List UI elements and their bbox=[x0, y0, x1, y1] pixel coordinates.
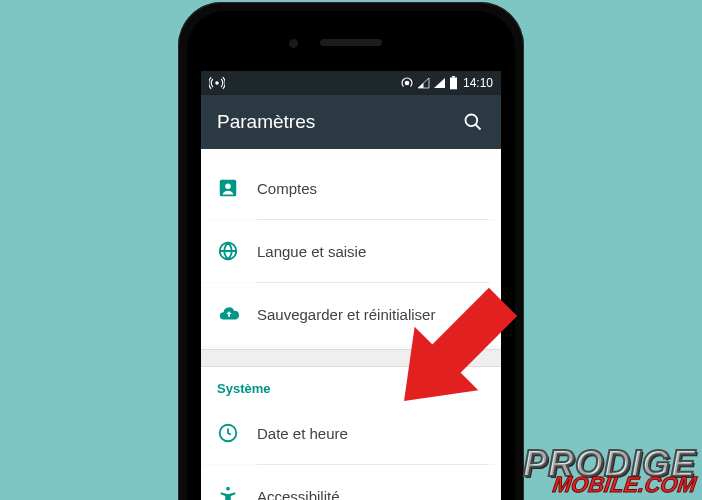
app-bar: Paramètres bbox=[201, 95, 501, 149]
phone-screen: 14:10 Paramètres Comptes bbox=[201, 71, 501, 500]
clock-icon bbox=[217, 422, 257, 444]
signal-icon bbox=[417, 77, 430, 89]
search-icon bbox=[463, 112, 483, 132]
hotspot-icon bbox=[400, 76, 414, 90]
phone-frame: 14:10 Paramètres Comptes bbox=[178, 2, 524, 500]
cloud-upload-icon bbox=[217, 303, 257, 325]
svg-rect-2 bbox=[450, 77, 457, 89]
item-label: Date et heure bbox=[257, 425, 485, 442]
status-bar: 14:10 bbox=[201, 71, 501, 95]
signal-full-icon bbox=[433, 77, 446, 89]
search-button[interactable] bbox=[461, 110, 485, 134]
phone-earpiece bbox=[320, 39, 382, 46]
svg-point-6 bbox=[225, 183, 231, 189]
svg-point-0 bbox=[216, 82, 218, 84]
svg-rect-3 bbox=[452, 76, 455, 77]
accounts-icon bbox=[217, 177, 257, 199]
svg-point-9 bbox=[226, 487, 230, 491]
phone-bezel: 14:10 Paramètres Comptes bbox=[187, 11, 515, 500]
settings-item-accessibility[interactable]: Accessibilité bbox=[201, 465, 501, 500]
settings-item-accounts[interactable]: Comptes bbox=[201, 157, 501, 219]
status-time: 14:10 bbox=[463, 76, 493, 90]
broadcast-icon bbox=[209, 76, 225, 90]
item-label: Accessibilité bbox=[257, 488, 485, 501]
item-label: Langue et saisie bbox=[257, 243, 485, 260]
section-divider bbox=[201, 349, 501, 367]
watermark-domain: MOBILE.COM bbox=[522, 476, 698, 494]
battery-icon bbox=[449, 76, 458, 90]
settings-list: Comptes Langue et saisie Sauvegarder et … bbox=[201, 149, 501, 500]
phone-sensor bbox=[289, 39, 298, 48]
svg-point-4 bbox=[466, 115, 478, 127]
page-title: Paramètres bbox=[217, 111, 461, 133]
settings-item-backup[interactable]: Sauvegarder et réinitialiser bbox=[201, 283, 501, 345]
globe-icon bbox=[217, 240, 257, 262]
watermark: PRODIGE MOBILE.COM bbox=[523, 450, 696, 494]
item-label: Comptes bbox=[257, 180, 485, 197]
item-label: Sauvegarder et réinitialiser bbox=[257, 306, 485, 323]
accessibility-icon bbox=[217, 485, 257, 500]
svg-point-1 bbox=[405, 81, 409, 85]
settings-item-language[interactable]: Langue et saisie bbox=[201, 220, 501, 282]
settings-item-datetime[interactable]: Date et heure bbox=[201, 402, 501, 464]
section-header-system: Système bbox=[201, 367, 501, 402]
